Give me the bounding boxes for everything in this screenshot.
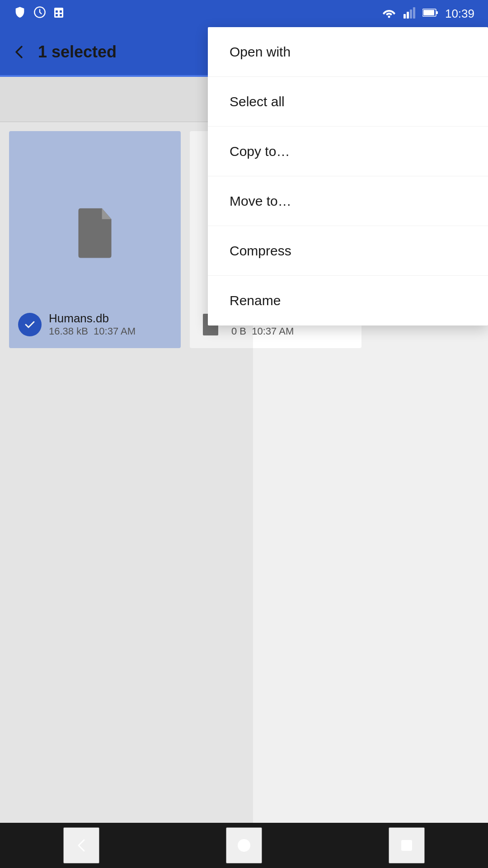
back-nav-button[interactable] <box>63 827 99 863</box>
svg-rect-15 <box>401 840 412 851</box>
menu-item-move-to[interactable]: Move to… <box>208 176 488 226</box>
svg-rect-3 <box>60 10 62 13</box>
svg-rect-4 <box>56 14 58 16</box>
shield-icon <box>14 6 26 21</box>
svg-rect-8 <box>407 12 409 19</box>
status-icons-right: 10:39 <box>382 7 474 21</box>
menu-item-open-with[interactable]: Open with <box>208 27 488 77</box>
svg-point-14 <box>238 839 250 852</box>
menu-item-select-all[interactable]: Select all <box>208 77 488 127</box>
home-nav-button[interactable] <box>226 827 262 863</box>
svg-rect-10 <box>413 7 415 19</box>
clock-icon <box>33 6 46 21</box>
svg-rect-1 <box>54 8 63 18</box>
sim-icon <box>53 6 64 21</box>
signal-icon <box>404 7 415 20</box>
recent-nav-button[interactable] <box>389 827 425 863</box>
menu-item-copy-to[interactable]: Copy to… <box>208 127 488 176</box>
svg-rect-9 <box>410 9 412 19</box>
status-icons-left <box>14 6 64 21</box>
menu-item-rename[interactable]: Rename <box>208 276 488 326</box>
svg-rect-12 <box>436 11 438 14</box>
status-bar: 10:39 <box>0 0 488 27</box>
toolbar-title: 1 selected <box>38 42 117 61</box>
svg-rect-2 <box>56 10 58 13</box>
svg-point-6 <box>388 16 390 18</box>
menu-item-compress[interactable]: Compress <box>208 226 488 276</box>
back-button[interactable] <box>11 44 27 60</box>
svg-rect-13 <box>423 10 434 15</box>
svg-rect-5 <box>60 14 62 16</box>
dropdown-menu: Open with Select all Copy to… Move to… C… <box>208 27 488 326</box>
bottom-nav <box>0 823 488 868</box>
svg-rect-7 <box>404 14 406 19</box>
wifi-icon <box>382 7 396 20</box>
battery-icon <box>422 8 438 19</box>
status-time: 10:39 <box>445 7 474 21</box>
